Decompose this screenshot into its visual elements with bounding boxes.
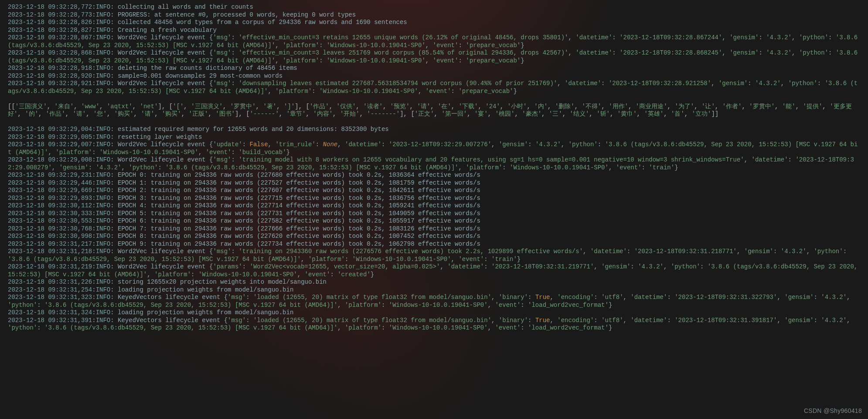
- log-line: 2023-12-18 09:32:31,323:INFO: KeyedVecto…: [8, 294, 860, 309]
- log-line: 2023-12-18 09:32:30,768:INFO: EPOCH 7: t…: [8, 225, 860, 233]
- console-output[interactable]: 2023-12-18 09:32:28,772:INFO: collecting…: [0, 0, 868, 336]
- blank-line: [8, 95, 860, 103]
- log-line: 2023-12-18 09:32:29,005:INFO: resetting …: [8, 134, 860, 141]
- log-line: 2023-12-18 09:32:31,218:INFO: Word2Vec l…: [8, 248, 860, 263]
- log-line: 2023-12-18 09:32:28,826:INFO: collected …: [8, 19, 860, 27]
- log-line: 2023-12-18 09:32:28,867:INFO: Word2Vec l…: [8, 34, 860, 49]
- log-line: 2023-12-18 09:32:30,553:INFO: EPOCH 6: t…: [8, 217, 860, 225]
- log-line: 2023-12-18 09:32:31,391:INFO: KeyedVecto…: [8, 317, 860, 332]
- log-line: 2023-12-18 09:32:31,324:INFO: loading pr…: [8, 309, 860, 317]
- blank-line: [8, 118, 860, 126]
- log-line: 2023-12-18 09:32:31,219:INFO: Word2Vec l…: [8, 263, 860, 278]
- log-line: 2023-12-18 09:32:28,773:INFO: PROGRESS: …: [8, 11, 860, 19]
- watermark: CSDN @Shy960418: [804, 407, 862, 415]
- log-line: 2023-12-18 09:32:29,004:INFO: estimated …: [8, 126, 860, 134]
- log-line: 2023-12-18 09:32:31,254:INFO: loading pr…: [8, 286, 860, 294]
- log-line: 2023-12-18 09:32:28,772:INFO: collecting…: [8, 3, 860, 11]
- log-line: 2023-12-18 09:32:29,893:INFO: EPOCH 3: t…: [8, 195, 860, 203]
- log-line: 2023-12-18 09:32:28,868:INFO: Word2Vec l…: [8, 49, 860, 65]
- log-line: 2023-12-18 09:32:29,231:INFO: EPOCH 0: t…: [8, 172, 860, 179]
- log-line: 2023-12-18 09:32:29,669:INFO: EPOCH 2: t…: [8, 187, 860, 195]
- stdout-line: [['三国演义', '来自', 'www', 'aqtxt', 'net'], …: [8, 103, 860, 118]
- log-line: 2023-12-18 09:32:30,998:INFO: EPOCH 8: t…: [8, 233, 860, 240]
- log-line: 2023-12-18 09:32:29,008:INFO: Word2Vec l…: [8, 156, 860, 172]
- log-line: 2023-12-18 09:32:31,217:INFO: EPOCH 9: t…: [8, 240, 860, 248]
- log-line: 2023-12-18 09:32:28,920:INFO: sample=0.0…: [8, 72, 860, 80]
- log-line: 2023-12-18 09:32:28,827:INFO: Creating a…: [8, 27, 860, 34]
- log-line: 2023-12-18 09:32:29,007:INFO: Word2Vec l…: [8, 141, 860, 156]
- log-line: 2023-12-18 09:32:29,446:INFO: EPOCH 1: t…: [8, 179, 860, 187]
- log-line: 2023-12-18 09:32:30,333:INFO: EPOCH 5: t…: [8, 210, 860, 218]
- log-line: 2023-12-18 09:32:28,921:INFO: Word2Vec l…: [8, 80, 860, 95]
- log-line: 2023-12-18 09:32:28,918:INFO: deleting t…: [8, 65, 860, 72]
- log-line: 2023-12-18 09:32:30,112:INFO: EPOCH 4: t…: [8, 202, 860, 210]
- log-line: 2023-12-18 09:32:31,226:INFO: storing 12…: [8, 278, 860, 286]
